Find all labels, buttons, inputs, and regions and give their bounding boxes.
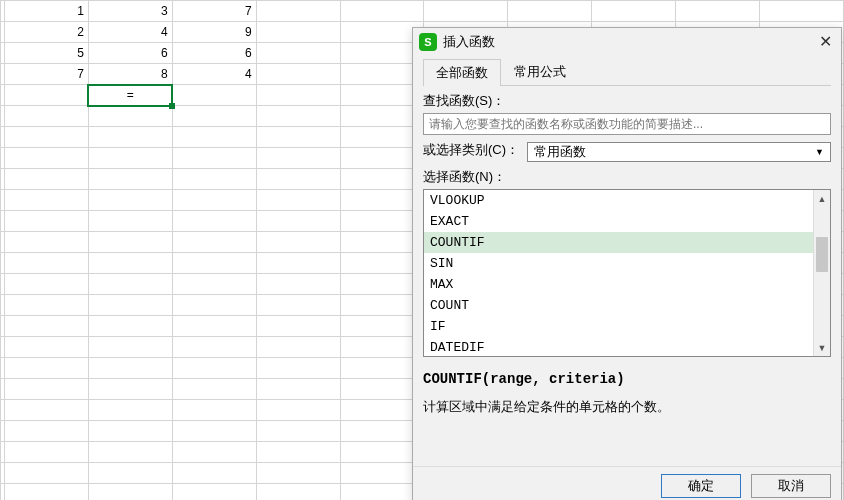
cell[interactable] bbox=[5, 106, 89, 127]
cell[interactable] bbox=[5, 253, 89, 274]
cell[interactable] bbox=[5, 421, 89, 442]
cell[interactable] bbox=[88, 148, 172, 169]
cell[interactable]: 3 bbox=[88, 1, 172, 22]
function-item[interactable]: EXACT bbox=[424, 211, 813, 232]
cell[interactable]: 1 bbox=[5, 1, 89, 22]
cell[interactable] bbox=[172, 379, 256, 400]
cell[interactable] bbox=[88, 274, 172, 295]
scroll-thumb[interactable] bbox=[816, 237, 828, 272]
function-item[interactable]: SIN bbox=[424, 253, 813, 274]
cell[interactable] bbox=[88, 253, 172, 274]
cell[interactable] bbox=[5, 379, 89, 400]
cell[interactable] bbox=[88, 169, 172, 190]
function-item[interactable]: COUNTIF bbox=[424, 232, 813, 253]
cell[interactable] bbox=[172, 442, 256, 463]
active-cell[interactable]: = bbox=[88, 85, 172, 106]
cell[interactable] bbox=[256, 400, 340, 421]
cell[interactable] bbox=[340, 1, 424, 22]
cell[interactable] bbox=[172, 232, 256, 253]
cell[interactable] bbox=[256, 463, 340, 484]
scrollbar[interactable]: ▲ ▼ bbox=[813, 190, 830, 356]
cell[interactable] bbox=[5, 127, 89, 148]
cell[interactable] bbox=[172, 400, 256, 421]
cell[interactable] bbox=[88, 106, 172, 127]
cell[interactable] bbox=[88, 463, 172, 484]
cell[interactable] bbox=[88, 316, 172, 337]
cell[interactable] bbox=[5, 463, 89, 484]
cell[interactable] bbox=[172, 316, 256, 337]
cell[interactable]: 8 bbox=[88, 64, 172, 85]
cell[interactable] bbox=[172, 106, 256, 127]
cell[interactable] bbox=[256, 358, 340, 379]
cell[interactable] bbox=[172, 421, 256, 442]
cell[interactable] bbox=[5, 85, 89, 106]
cell[interactable] bbox=[5, 358, 89, 379]
cell[interactable] bbox=[172, 127, 256, 148]
cell[interactable] bbox=[172, 85, 256, 106]
cell[interactable] bbox=[256, 190, 340, 211]
cell[interactable] bbox=[256, 22, 340, 43]
cell[interactable] bbox=[5, 295, 89, 316]
cell[interactable]: 6 bbox=[88, 43, 172, 64]
cell[interactable]: 6 bbox=[172, 43, 256, 64]
cell[interactable] bbox=[172, 169, 256, 190]
cell[interactable] bbox=[5, 337, 89, 358]
cell[interactable] bbox=[256, 106, 340, 127]
cell[interactable] bbox=[88, 211, 172, 232]
cell[interactable] bbox=[256, 211, 340, 232]
cell[interactable] bbox=[88, 295, 172, 316]
cell[interactable] bbox=[256, 295, 340, 316]
cell[interactable]: 4 bbox=[172, 64, 256, 85]
cell[interactable] bbox=[172, 148, 256, 169]
cell[interactable] bbox=[172, 463, 256, 484]
cell[interactable] bbox=[88, 379, 172, 400]
cell[interactable] bbox=[256, 379, 340, 400]
cell[interactable] bbox=[5, 316, 89, 337]
close-icon[interactable]: ✕ bbox=[815, 32, 835, 52]
cell[interactable] bbox=[5, 169, 89, 190]
function-item[interactable]: DATEDIF bbox=[424, 337, 813, 356]
cell[interactable] bbox=[172, 190, 256, 211]
cell[interactable] bbox=[172, 484, 256, 501]
cell[interactable] bbox=[172, 295, 256, 316]
cell[interactable] bbox=[88, 127, 172, 148]
cell[interactable] bbox=[256, 43, 340, 64]
cell[interactable] bbox=[88, 484, 172, 501]
cell[interactable]: 2 bbox=[5, 22, 89, 43]
cell[interactable] bbox=[508, 1, 592, 22]
cell[interactable] bbox=[256, 127, 340, 148]
cell[interactable] bbox=[172, 337, 256, 358]
function-item[interactable]: IF bbox=[424, 316, 813, 337]
cell[interactable] bbox=[760, 1, 844, 22]
cell[interactable] bbox=[88, 337, 172, 358]
cell[interactable] bbox=[256, 274, 340, 295]
cell[interactable]: 7 bbox=[5, 64, 89, 85]
cancel-button[interactable]: 取消 bbox=[751, 474, 831, 498]
cell[interactable] bbox=[5, 442, 89, 463]
cell[interactable] bbox=[676, 1, 760, 22]
cell[interactable]: 7 bbox=[172, 1, 256, 22]
cell[interactable]: 9 bbox=[172, 22, 256, 43]
scroll-down-icon[interactable]: ▼ bbox=[814, 339, 830, 356]
cell[interactable] bbox=[88, 232, 172, 253]
cell[interactable] bbox=[5, 484, 89, 501]
cell[interactable] bbox=[172, 358, 256, 379]
cell[interactable] bbox=[88, 421, 172, 442]
cell[interactable] bbox=[172, 211, 256, 232]
search-input[interactable] bbox=[423, 113, 831, 135]
cell[interactable] bbox=[5, 148, 89, 169]
cell[interactable]: 4 bbox=[88, 22, 172, 43]
cell[interactable] bbox=[256, 148, 340, 169]
category-select[interactable]: 常用函数 ▼ bbox=[527, 142, 831, 162]
cell[interactable] bbox=[88, 190, 172, 211]
cell[interactable] bbox=[256, 316, 340, 337]
function-item[interactable]: MAX bbox=[424, 274, 813, 295]
cell[interactable] bbox=[256, 85, 340, 106]
function-item[interactable]: COUNT bbox=[424, 295, 813, 316]
cell[interactable] bbox=[256, 64, 340, 85]
cell[interactable] bbox=[256, 169, 340, 190]
cell[interactable] bbox=[88, 442, 172, 463]
cell[interactable] bbox=[5, 274, 89, 295]
cell[interactable] bbox=[172, 274, 256, 295]
tab-common-formulas[interactable]: 常用公式 bbox=[501, 58, 579, 85]
